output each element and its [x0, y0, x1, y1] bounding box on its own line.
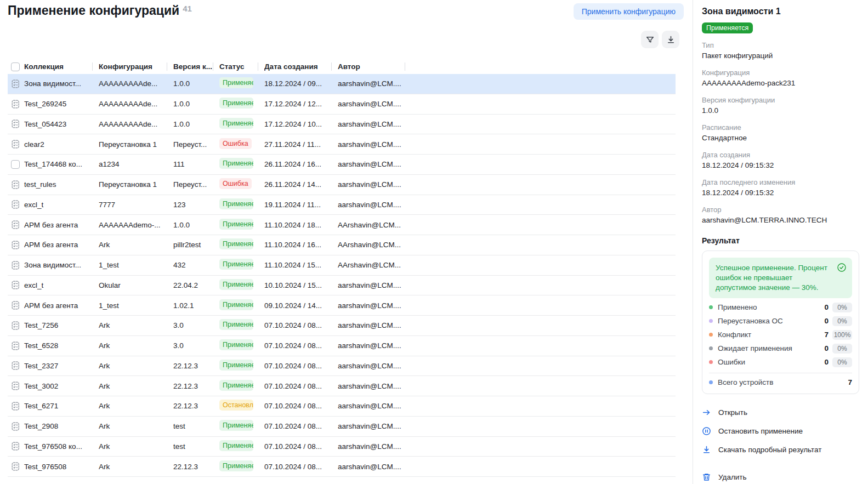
cell-author: aarshavin@LCM....	[338, 100, 405, 108]
cell-configuration: 1_test	[99, 261, 173, 269]
table-body: Зона видимост... AAAAAAAAAde... 1.0.0 Пр…	[8, 74, 676, 477]
cell-collection: Test_3002	[24, 382, 99, 390]
cell-collection: Зона видимост...	[24, 79, 99, 88]
table-row[interactable]: АРМ без агента AAAAAAAdemo-... 1.0.0 При…	[8, 215, 676, 235]
cell-author: aarshavin@LCM....	[338, 79, 405, 88]
cell-version: 22.12.3	[173, 402, 219, 410]
cell-version: Переуст...	[173, 180, 219, 189]
configurations-table: Коллекция Конфигурация Версия к... Стату…	[8, 59, 676, 477]
table-row[interactable]: Test_2908 Ark test Применяется 07.10.202…	[8, 417, 676, 437]
action-delete[interactable]: Удалить	[702, 471, 859, 483]
collection-icon	[11, 381, 21, 391]
cell-version: Переуст...	[173, 140, 219, 149]
table-row[interactable]: clear2 Переустановка 1 Переуст... Ошибка…	[8, 134, 676, 155]
cell-date: 07.10.2024 / 08...	[264, 321, 338, 329]
status-badge: Применяется	[219, 98, 253, 109]
cell-collection: clear2	[24, 140, 99, 149]
detail-field: Конфигурация AAAAAAAAAdemo-pack231	[702, 68, 859, 88]
cell-date: 17.12.2024 / 10...	[264, 120, 338, 128]
cell-collection: Test_976508 ко...	[24, 442, 99, 451]
cell-author: aarshavin@LCM....	[338, 362, 405, 370]
action-download[interactable]: Скачать подробный результат	[702, 443, 859, 456]
status-badge: Применяется	[219, 360, 253, 371]
column-divider	[258, 62, 258, 71]
stat-dot	[709, 319, 713, 323]
column-header-collection: Коллекция	[24, 62, 99, 71]
total-devices-row: Всего устройств 7	[709, 378, 852, 387]
cell-configuration: a1234	[99, 160, 173, 168]
collection-icon	[11, 119, 21, 129]
status-badge: Применяется	[219, 198, 253, 209]
check-circle-icon	[837, 263, 847, 272]
table-row[interactable]: Test_976508 Ark 22.12.3 Применяется 07.1…	[8, 457, 676, 477]
cell-date: 07.10.2024 / 08...	[264, 442, 338, 451]
table-header: Коллекция Конфигурация Версия к... Стату…	[8, 59, 676, 74]
cell-author: aarshavin@LCM....	[338, 160, 405, 168]
cell-date: 27.11.2024 / 11...	[264, 140, 338, 149]
table-row[interactable]: excl_t 7777 123 Применяется 19.11.2024 /…	[8, 195, 676, 215]
download-icon	[702, 445, 711, 454]
table-row[interactable]: Test_2327 Ark 22.12.3 Применяется 07.10.…	[8, 356, 676, 377]
cell-collection: test_rules	[24, 180, 99, 189]
status-badge: Применяется	[219, 299, 253, 310]
column-divider	[167, 62, 167, 71]
cell-date: 17.12.2024 / 12...	[264, 100, 338, 108]
cell-configuration: Ark	[99, 422, 173, 430]
table-row[interactable]: Test_7256 Ark 3.0 Применяется 07.10.2024…	[8, 316, 676, 336]
details-panel: Зона видимости 1 Применяется Тип Пакет к…	[693, 0, 868, 484]
column-divider	[405, 62, 405, 71]
table-row[interactable]: Test_976508 ко... Ark test Применяется 0…	[8, 437, 676, 457]
cell-author: aarshavin@LCM....	[338, 442, 405, 451]
export-button[interactable]	[662, 31, 679, 48]
cell-version: pillr2test	[173, 241, 219, 249]
table-row[interactable]: АРМ без агента Ark pillr2test Применяетс…	[8, 235, 676, 255]
cell-version: 3.0	[173, 341, 219, 350]
cell-author: aarshavin@LCM....	[338, 120, 405, 128]
table-row[interactable]: АРМ без агента 1_test 1.02.1 Применяется…	[8, 295, 676, 316]
download-icon	[666, 35, 676, 44]
table-row[interactable]: Test_174468 ко... a1234 111 Применяется …	[8, 155, 676, 175]
cell-author: AArshavin@LCM...	[338, 261, 405, 269]
divider	[709, 373, 852, 373]
cell-version: 432	[173, 261, 219, 269]
cell-version: 22.12.3	[173, 362, 219, 370]
filter-button[interactable]	[641, 31, 659, 48]
table-row[interactable]: Зона видимост... AAAAAAAAAde... 1.0.0 Пр…	[8, 74, 676, 94]
result-stat-row: Ожидает применения 0 0%	[709, 344, 852, 353]
action-pause-circle[interactable]: Остановить применение	[702, 425, 859, 437]
table-row[interactable]: Test_3002 Ark 22.12.3 Применяется 07.10.…	[8, 376, 676, 396]
table-row[interactable]: Test_6271 Ark 22.12.3 Остановлено 07.10.…	[8, 396, 676, 417]
details-fields: Тип Пакет конфигураций Конфигурация AAAA…	[702, 41, 859, 225]
column-header-date: Дата создания	[264, 62, 338, 71]
table-row[interactable]: Зона видимост... 1_test 432 Применяется …	[8, 255, 676, 276]
collection-icon	[11, 422, 21, 431]
table-row[interactable]: Test_054423 AAAAAAAAAde... 1.0.0 Применя…	[8, 115, 676, 135]
stat-dot	[709, 346, 713, 350]
cell-collection: excl_t	[24, 201, 99, 209]
cell-author: AArshavin@LCM...	[338, 221, 405, 229]
status-badge: Применяется	[219, 259, 253, 270]
apply-configuration-button[interactable]: Применить конфигурацию	[574, 3, 684, 20]
cell-configuration: AAAAAAAAAde...	[99, 79, 173, 88]
cell-author: aarshavin@LCM....	[338, 180, 405, 189]
table-row[interactable]: Test_6528 Ark 3.0 Применяется 07.10.2024…	[8, 336, 676, 356]
table-row[interactable]: Test_269245 AAAAAAAAAde... 1.0.0 Применя…	[8, 94, 676, 115]
cell-collection: Test_2327	[24, 362, 99, 370]
status-badge: Ошибка	[219, 178, 252, 189]
cell-version: 1.0.0	[173, 221, 219, 229]
select-all-checkbox[interactable]	[11, 62, 20, 71]
collection-icon	[11, 300, 21, 310]
detail-field: Тип Пакет конфигураций	[702, 41, 859, 61]
table-row[interactable]: test_rules Переустановка 1 Переуст... Ош…	[8, 175, 676, 195]
action-arrow-right[interactable]: Открыть	[702, 406, 859, 419]
cell-author: aarshavin@LCM....	[338, 140, 405, 149]
cell-collection: Test_976508	[24, 463, 99, 471]
detail-field: Дата создания 18.12.2024 / 09:15:32	[702, 150, 859, 170]
row-checkbox[interactable]	[11, 160, 20, 169]
status-badge: Применяется	[219, 420, 253, 431]
cell-date: 26.11.2024 / 16...	[264, 160, 338, 168]
funnel-icon	[645, 35, 655, 44]
collection-icon	[11, 139, 21, 149]
table-row[interactable]: excl_t Okular 22.04.2 Применяется 10.10.…	[8, 276, 676, 296]
result-card: Успешное применение. Процент ошибок не п…	[702, 250, 859, 394]
